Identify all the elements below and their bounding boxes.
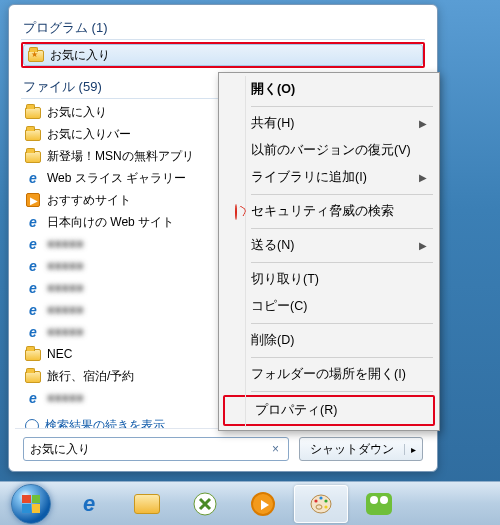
cm-send-to[interactable]: 送る(N)▶ (221, 232, 437, 259)
cm-open-location[interactable]: フォルダーの場所を開く(I) (221, 361, 437, 388)
folder-icon (25, 368, 41, 384)
cm-add-to-library[interactable]: ライブラリに追加(I)▶ (221, 164, 437, 191)
show-more-label: 検索結果の続きを表示 (45, 417, 165, 428)
start-button[interactable] (4, 485, 58, 523)
result-label: ■■■■■ (47, 259, 83, 273)
taskbar-ie[interactable]: e (62, 485, 116, 523)
svg-point-5 (324, 505, 327, 508)
result-label: おすすめサイト (47, 192, 131, 209)
cm-properties[interactable]: プロパティ(R) (225, 397, 433, 424)
ie-icon: e (25, 170, 41, 186)
svg-point-3 (319, 496, 322, 499)
result-label: ■■■■■ (47, 281, 83, 295)
shutdown-button[interactable]: シャットダウン ▸ (299, 437, 423, 461)
taskbar-wmp[interactable] (236, 485, 290, 523)
ie-icon: e (25, 280, 41, 296)
taskbar-paint[interactable] (294, 485, 348, 523)
cm-cut[interactable]: 切り取り(T) (221, 266, 437, 293)
ie-icon: e (25, 302, 41, 318)
magnifier-icon (25, 419, 39, 429)
ie-icon: e (25, 324, 41, 340)
cm-restore-version[interactable]: 以前のバージョンの復元(V) (221, 137, 437, 164)
result-label: 新登場！MSNの無料アプリ (47, 148, 194, 165)
chevron-right-icon: ▶ (419, 172, 427, 183)
result-label: ■■■■■ (47, 325, 83, 339)
search-input[interactable] (30, 442, 269, 456)
ie-icon: e (83, 491, 95, 517)
annotation-highlight-program: お気に入り (21, 42, 425, 68)
taskbar: e (0, 481, 500, 525)
search-box[interactable]: × (23, 437, 289, 461)
app-icon (192, 491, 218, 517)
folder-star-icon (28, 47, 44, 63)
folder-icon (134, 494, 160, 514)
annotation-highlight-properties: プロパティ(R) (223, 395, 435, 426)
taskbar-app-green[interactable] (178, 485, 232, 523)
chevron-right-icon: ▶ (419, 240, 427, 251)
ie-suggested-icon: ▶ (25, 192, 41, 208)
folder-icon (25, 126, 41, 142)
taskbar-messenger[interactable] (352, 485, 406, 523)
shutdown-label: シャットダウン (300, 441, 404, 458)
section-header-programs: プログラム (1) (21, 15, 425, 40)
context-menu: 開く(O) 共有(H)▶ 以前のバージョンの復元(V) ライブラリに追加(I)▶… (218, 72, 440, 431)
result-item-favorites-program[interactable]: お気に入り (23, 44, 423, 66)
chevron-right-icon: ▶ (419, 118, 427, 129)
result-label: 日本向けの Web サイト (47, 214, 174, 231)
result-label: ■■■■■ (47, 237, 83, 251)
svg-point-6 (316, 504, 322, 508)
svg-point-4 (324, 499, 327, 502)
start-menu-bottom-bar: × シャットダウン ▸ (15, 428, 431, 463)
media-player-icon (251, 492, 275, 516)
trend-icon (227, 205, 245, 219)
result-label: NEC (47, 347, 72, 361)
cm-copy[interactable]: コピー(C) (221, 293, 437, 320)
result-label: お気に入り (47, 104, 107, 121)
messenger-icon (366, 493, 392, 515)
ie-icon: e (25, 258, 41, 274)
ie-icon: e (25, 390, 41, 406)
taskbar-explorer[interactable] (120, 485, 174, 523)
result-label: お気に入り (50, 47, 110, 64)
cm-open[interactable]: 開く(O) (221, 76, 437, 103)
result-label: Web スライス ギャラリー (47, 170, 186, 187)
folder-icon (25, 148, 41, 164)
folder-icon (25, 104, 41, 120)
cm-share[interactable]: 共有(H)▶ (221, 110, 437, 137)
ie-icon: e (25, 214, 41, 230)
svg-point-2 (314, 499, 317, 502)
paint-icon (309, 492, 333, 516)
result-label: ■■■■■ (47, 303, 83, 317)
ie-icon: e (25, 236, 41, 252)
result-label: 旅行、宿泊/予約 (47, 368, 134, 385)
folder-icon (25, 346, 41, 362)
shutdown-options-arrow[interactable]: ▸ (404, 444, 422, 455)
cm-delete[interactable]: 削除(D) (221, 327, 437, 354)
clear-search-icon[interactable]: × (269, 442, 282, 456)
windows-orb-icon (11, 484, 51, 524)
result-label: お気に入りバー (47, 126, 131, 143)
result-label: ■■■■■ (47, 391, 83, 405)
cm-security-scan[interactable]: セキュリティ脅威の検索 (221, 198, 437, 225)
